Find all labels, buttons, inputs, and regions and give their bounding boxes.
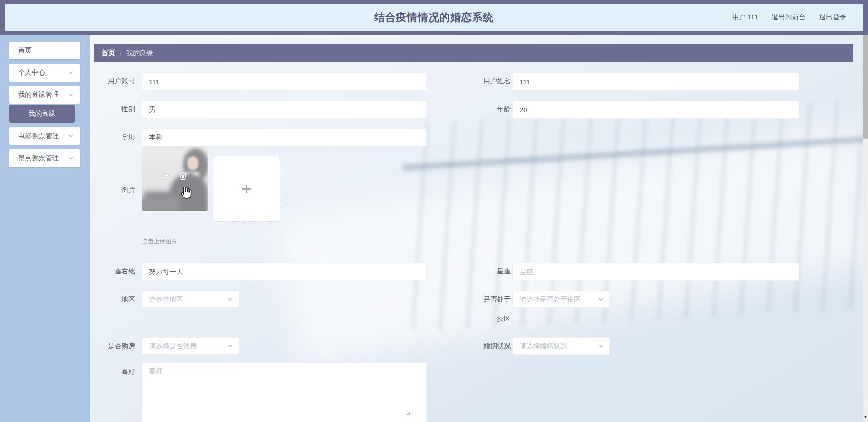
sidebar-item-label: 电影购票管理: [18, 132, 68, 140]
resize-handle-icon[interactable]: [405, 410, 411, 416]
uploaded-photo-thumbnail[interactable]: [142, 146, 208, 211]
epidemic-select-placeholder: 请选择是否处于疫区: [520, 295, 581, 304]
education-label: 学历: [90, 128, 135, 145]
hobby-label: 喜好: [90, 363, 135, 380]
house-select-placeholder: 请选择是否购房: [149, 342, 197, 350]
epidemic-select[interactable]: 请选择是否处于疫区: [512, 291, 610, 308]
chevron-down-icon: [598, 343, 604, 349]
breadcrumb-separator: /: [120, 49, 121, 57]
name-input[interactable]: [512, 72, 799, 91]
account-label: 用户账号: [90, 72, 135, 90]
header-user-label[interactable]: 用户 111: [732, 13, 758, 22]
logout-link[interactable]: 退出登录: [819, 13, 846, 22]
sidebar-subitem-label: 我的良缘: [29, 110, 56, 118]
epidemic-label-line2: 疫区: [452, 310, 511, 327]
sidebar-subitem-my-liangyuan[interactable]: 我的良缘: [9, 105, 75, 123]
sidebar-item-label: 个人中心: [18, 68, 68, 77]
upload-hint: 点击上传图片: [142, 237, 260, 245]
chevron-down-icon: [227, 297, 233, 302]
header-inner-bar: 结合疫情情况的婚恋系统 用户 111 退出到前台 退出登录: [5, 4, 863, 31]
house-select[interactable]: 请选择是否购房: [142, 337, 239, 355]
page: 结合疫情情况的婚恋系统 用户 111 退出到前台 退出登录 首页 个人中心 我的…: [0, 0, 868, 422]
photo-actions: [142, 171, 208, 181]
breadcrumb: 首页 / 我的良缘: [94, 44, 853, 62]
mouse-cursor-hand: [180, 186, 193, 200]
chevron-down-icon: [68, 155, 74, 161]
motto-label: 座右铭: [90, 263, 135, 280]
photo-label: 图片: [90, 181, 135, 198]
sidebar-item-label: 首页: [18, 46, 74, 55]
constellation-input[interactable]: [512, 263, 799, 281]
chevron-down-icon: [68, 70, 74, 76]
scrollbar-thumb[interactable]: [863, 35, 868, 139]
chevron-down-icon: [598, 297, 604, 302]
sidebar-item-movie-ticket-management[interactable]: 电影购票管理: [9, 127, 80, 145]
age-input[interactable]: [512, 101, 799, 119]
header-bar: 结合疫情情况的婚恋系统 用户 111 退出到前台 退出登录: [0, 0, 868, 35]
account-input[interactable]: [142, 72, 427, 91]
gender-label: 性别: [90, 101, 135, 118]
education-input[interactable]: [142, 128, 427, 146]
region-select[interactable]: 请选择地区: [142, 291, 239, 308]
sidebar-item-liangyuan-management[interactable]: 我的良缘管理: [9, 86, 80, 104]
sidebar-item-scenic-ticket-management[interactable]: 景点购票管理: [9, 149, 80, 167]
house-label: 是否购房: [90, 337, 135, 355]
chevron-down-icon: [68, 92, 74, 98]
hobby-textarea[interactable]: [142, 362, 427, 422]
plus-icon: +: [241, 180, 251, 197]
sidebar: 首页 个人中心 我的良缘管理 我的良缘 电影购票管理 景点购票管理: [0, 35, 90, 422]
region-select-placeholder: 请选择地区: [149, 295, 183, 304]
zoom-in-icon[interactable]: [162, 171, 172, 181]
sidebar-item-home[interactable]: 首页: [9, 42, 80, 59]
region-label: 地区: [90, 291, 135, 308]
breadcrumb-home-link[interactable]: 首页: [101, 49, 115, 58]
breadcrumb-current: 我的良缘: [126, 49, 153, 58]
marriage-label: 婚姻状况: [452, 337, 511, 355]
header-links: 用户 111 退出到前台 退出登录: [732, 4, 846, 31]
gender-input[interactable]: [142, 101, 427, 119]
constellation-label: 星座: [452, 263, 511, 280]
chevron-down-icon: [227, 343, 233, 349]
trash-icon[interactable]: [178, 171, 188, 181]
sidebar-item-personal-center[interactable]: 个人中心: [9, 64, 80, 82]
marriage-select[interactable]: 请选择婚姻状况: [512, 337, 610, 355]
chevron-down-icon: [68, 133, 74, 139]
sidebar-item-label: 景点购票管理: [18, 154, 68, 163]
exit-to-front-link[interactable]: 退出到前台: [772, 13, 805, 22]
sidebar-item-label: 我的良缘管理: [18, 91, 68, 99]
epidemic-label-line1: 是否处于: [452, 291, 511, 308]
scroll-down-arrow-icon[interactable]: ▾: [863, 414, 868, 420]
motto-input[interactable]: [142, 263, 427, 281]
age-label: 年龄: [452, 101, 511, 118]
photo-upload-button[interactable]: +: [213, 156, 280, 222]
marriage-select-placeholder: 请选择婚姻状况: [520, 342, 567, 350]
name-label: 用户姓名: [452, 72, 511, 90]
